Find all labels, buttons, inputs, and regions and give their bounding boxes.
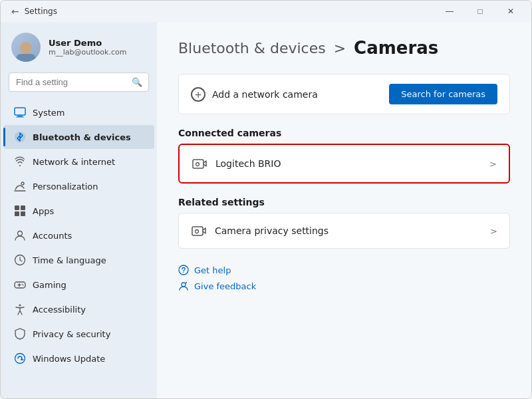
sidebar-item-privacy-label: Privacy & security: [33, 329, 110, 339]
sidebar: User Demo m__lab@outlook.com 🔍: [1, 22, 157, 398]
get-help-link[interactable]: Get help: [178, 262, 510, 278]
camera-privacy-label: Camera privacy settings: [215, 225, 329, 236]
sidebar-item-accounts[interactable]: Accounts: [3, 223, 154, 247]
page-header: Bluetooth & devices > Cameras: [178, 38, 510, 58]
apps-icon: [14, 205, 26, 217]
related-chevron-icon: >: [490, 226, 497, 236]
give-feedback-label: Give feedback: [194, 281, 256, 291]
get-help-label: Get help: [194, 265, 231, 275]
gaming-icon: [14, 279, 26, 291]
avatar-figure: [16, 42, 36, 62]
network-icon: [14, 156, 26, 168]
svg-point-19: [196, 230, 199, 233]
connected-cameras-label: Connected cameras: [178, 128, 510, 138]
camera-privacy-icon: [191, 223, 207, 239]
user-info: User Demo m__lab@outlook.com: [49, 38, 146, 57]
sidebar-item-accessibility[interactable]: Accessibility: [3, 297, 154, 321]
avatar-body: [16, 54, 36, 62]
window-title: Settings: [25, 7, 57, 16]
personalization-icon: [14, 180, 26, 192]
svg-point-4: [21, 182, 24, 185]
settings-window: ← Settings — □ ✕ User Demo m__lab@o: [0, 0, 532, 399]
sidebar-item-personalization-label: Personalization: [33, 182, 98, 192]
add-camera-label: Add a network camera: [212, 89, 318, 100]
camera-name: Logitech BRIO: [215, 158, 281, 169]
breadcrumb-separator: >: [334, 40, 346, 57]
user-email: m__lab@outlook.com: [49, 48, 146, 57]
svg-rect-6: [21, 205, 25, 210]
help-links: Get help Give feedback: [178, 262, 510, 294]
svg-rect-8: [21, 211, 25, 216]
svg-rect-5: [15, 205, 19, 210]
plus-circle-icon: +: [191, 87, 205, 102]
titlebar-left: ← Settings: [11, 6, 57, 17]
content-area: Bluetooth & devices > Cameras + Add a ne…: [157, 22, 531, 398]
search-input[interactable]: [16, 77, 128, 87]
sidebar-item-personalization[interactable]: Personalization: [3, 174, 154, 198]
svg-point-22: [182, 283, 186, 287]
sidebar-item-time[interactable]: Time & language: [3, 248, 154, 272]
close-button[interactable]: ✕: [495, 1, 526, 22]
sidebar-item-system[interactable]: System: [3, 100, 154, 124]
accounts-icon: [14, 229, 26, 241]
svg-point-17: [196, 163, 200, 166]
search-cameras-button[interactable]: Search for cameras: [389, 84, 497, 104]
user-section: User Demo m__lab@outlook.com: [1, 22, 157, 70]
give-feedback-icon: [178, 281, 189, 291]
get-help-icon: [178, 265, 189, 275]
camera-item-left: Logitech BRIO: [192, 156, 281, 172]
svg-rect-7: [15, 211, 19, 216]
window-controls: — □ ✕: [434, 1, 526, 22]
avatar: [11, 33, 41, 62]
titlebar: ← Settings — □ ✕: [1, 1, 531, 22]
accessibility-icon: [14, 303, 26, 315]
svg-point-15: [15, 354, 25, 364]
give-feedback-link[interactable]: Give feedback: [178, 278, 510, 294]
svg-point-14: [19, 305, 21, 307]
camera-icon: [192, 156, 207, 172]
svg-rect-0: [15, 108, 25, 115]
camera-privacy-item[interactable]: Camera privacy settings >: [178, 213, 510, 249]
svg-rect-18: [192, 227, 203, 235]
nav-items: System Bluetooth & devices: [1, 100, 157, 393]
svg-point-12: [22, 284, 23, 285]
minimize-button[interactable]: —: [434, 1, 465, 22]
update-icon: [14, 352, 26, 364]
logitech-brio-item[interactable]: Logitech BRIO >: [178, 144, 510, 184]
avatar-head: [20, 42, 32, 54]
sidebar-item-update[interactable]: Windows Update: [3, 346, 154, 370]
svg-rect-1: [17, 116, 23, 117]
system-icon: [14, 106, 26, 118]
svg-point-9: [18, 231, 23, 236]
sidebar-item-update-label: Windows Update: [33, 354, 105, 364]
add-camera-row: + Add a network camera Search for camera…: [178, 74, 510, 114]
sidebar-item-privacy[interactable]: Privacy & security: [3, 322, 154, 346]
sidebar-item-accounts-label: Accounts: [33, 231, 72, 241]
user-name: User Demo: [49, 38, 146, 48]
svg-point-21: [183, 272, 184, 273]
sidebar-item-system-label: System: [33, 108, 65, 118]
breadcrumb-parent: Bluetooth & devices: [178, 40, 326, 57]
sidebar-item-time-label: Time & language: [33, 255, 106, 265]
svg-point-13: [23, 285, 24, 286]
back-button[interactable]: ←: [11, 6, 19, 17]
sidebar-item-apps-label: Apps: [33, 206, 54, 216]
camera-chevron-icon: >: [489, 159, 497, 169]
main-layout: User Demo m__lab@outlook.com 🔍: [1, 22, 531, 398]
sidebar-item-gaming[interactable]: Gaming: [3, 273, 154, 297]
sidebar-item-network[interactable]: Network & internet: [3, 150, 154, 174]
sidebar-item-bluetooth[interactable]: Bluetooth & devices: [3, 125, 154, 149]
sidebar-item-apps[interactable]: Apps: [3, 199, 154, 223]
sidebar-item-gaming-label: Gaming: [33, 280, 66, 290]
sidebar-item-accessibility-label: Accessibility: [33, 305, 86, 315]
svg-rect-16: [193, 160, 203, 168]
sidebar-item-network-label: Network & internet: [33, 157, 115, 167]
privacy-icon: [14, 328, 26, 340]
related-settings-label: Related settings: [178, 197, 510, 207]
related-item-left: Camera privacy settings: [191, 223, 329, 239]
maximize-button[interactable]: □: [465, 1, 495, 22]
breadcrumb-current: Cameras: [354, 38, 438, 58]
search-icon: 🔍: [132, 77, 142, 87]
sidebar-item-bluetooth-label: Bluetooth & devices: [33, 132, 131, 142]
search-box[interactable]: 🔍: [9, 72, 149, 92]
